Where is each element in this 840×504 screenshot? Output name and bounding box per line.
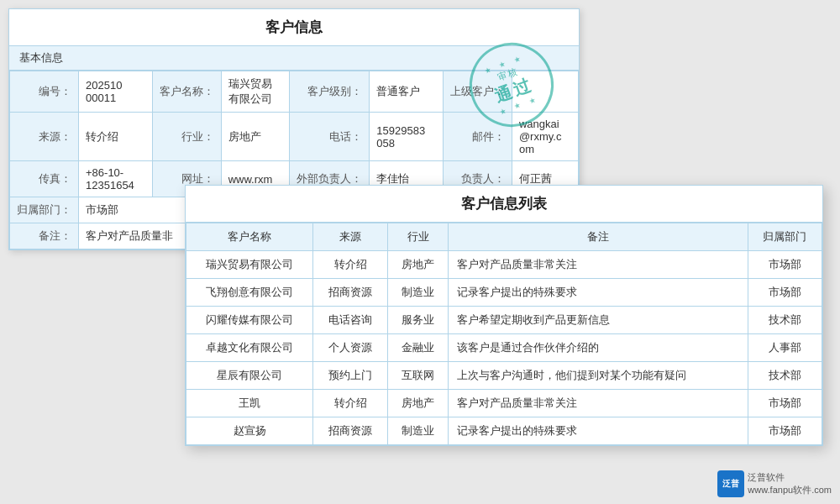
source-cell: 个人资源	[313, 334, 387, 362]
industry-cell: 房地产	[387, 390, 449, 417]
source-cell: 招商资源	[313, 417, 387, 445]
note-cell: 客户希望定期收到产品更新信息	[449, 307, 748, 334]
source-cell: 招商资源	[313, 279, 387, 307]
customer-name-cell[interactable]: 王凯	[186, 390, 313, 417]
note-cell: 记录客户提出的特殊要求	[449, 417, 748, 445]
industry-cell: 服务业	[387, 307, 449, 334]
table-row: 卓越文化有限公司个人资源金融业该客户是通过合作伙伴介绍的人事部	[186, 334, 822, 362]
source-cell: 电话咨询	[313, 307, 387, 334]
table-row: 赵宣扬招商资源制造业记录客户提出的特殊要求市场部	[186, 417, 822, 445]
industry-cell: 制造业	[387, 279, 449, 307]
source-cell: 预约上门	[313, 362, 387, 390]
customer-name-cell[interactable]: 瑞兴贸易有限公司	[186, 251, 313, 279]
source-label: 来源：	[10, 113, 79, 161]
back-card-title: 客户信息	[9, 9, 579, 46]
dept-cell[interactable]: 人事部	[748, 334, 822, 362]
industry-value: 房地产	[221, 113, 290, 161]
industry-cell: 房地产	[387, 251, 449, 279]
industry-cell: 金融业	[387, 334, 449, 362]
industry-cell: 互联网	[387, 362, 449, 390]
approval-stamp: ★ ★ ★ 审核 通过 ★ ★ ★	[470, 43, 554, 127]
watermark-logo: 泛普	[717, 470, 744, 497]
dept-cell[interactable]: 市场部	[748, 390, 822, 417]
table-row: 瑞兴贸易有限公司转介绍房地产客户对产品质量非常关注市场部	[186, 251, 822, 279]
phone-label: 电话：	[290, 113, 370, 161]
customer-list-card: 客户信息列表 客户名称 来源 行业 备注 归属部门 瑞兴贸易有限公司转介绍房地产…	[185, 185, 823, 446]
col-header-industry: 行业	[387, 223, 449, 251]
industry-cell: 制造业	[387, 417, 449, 445]
note-cell: 记录客户提出的特殊要求	[449, 279, 748, 307]
note-label: 备注：	[10, 223, 79, 249]
table-row: 王凯转介绍房地产客户对产品质量非常关注市场部	[186, 390, 822, 417]
col-header-note: 备注	[449, 223, 748, 251]
table-row: 飞翔创意有限公司招商资源制造业记录客户提出的特殊要求市场部	[186, 279, 822, 307]
customer-name-cell[interactable]: 星辰有限公司	[186, 362, 313, 390]
name-label: 客户名称：	[152, 71, 221, 113]
table-header-row: 客户名称 来源 行业 备注 归属部门	[186, 223, 822, 251]
note-cell: 该客户是通过合作伙伴介绍的	[449, 334, 748, 362]
watermark: 泛普 泛普软件 www.fanpu软件.com	[717, 470, 832, 497]
code-value: 20251000011	[79, 71, 153, 113]
level-value: 普通客户	[370, 71, 444, 113]
watermark-line2: www.fanpu软件.com	[748, 484, 832, 496]
note-cell: 客户对产品质量非常关注	[449, 251, 748, 279]
industry-label: 行业：	[152, 113, 221, 161]
dept-cell[interactable]: 市场部	[748, 279, 822, 307]
customer-list-table: 客户名称 来源 行业 备注 归属部门 瑞兴贸易有限公司转介绍房地产客户对产品质量…	[186, 223, 822, 445]
table-row: 星辰有限公司预约上门互联网上次与客户沟通时，他们提到对某个功能有疑问技术部	[186, 362, 822, 390]
col-header-name: 客户名称	[186, 223, 313, 251]
source-cell: 转介绍	[313, 251, 387, 279]
name-value: 瑞兴贸易有限公司	[221, 71, 290, 113]
dept-label: 归属部门：	[10, 197, 79, 223]
watermark-logo-text: 泛普	[722, 478, 739, 490]
customer-name-cell[interactable]: 飞翔创意有限公司	[186, 279, 313, 307]
dept-cell[interactable]: 技术部	[748, 307, 822, 334]
source-cell: 转介绍	[313, 390, 387, 417]
col-header-dept: 归属部门	[748, 223, 822, 251]
customer-name-cell[interactable]: 赵宣扬	[186, 417, 313, 445]
note-cell: 上次与客户沟通时，他们提到对某个功能有疑问	[449, 362, 748, 390]
watermark-text: 泛普软件 www.fanpu软件.com	[748, 471, 832, 497]
note-cell: 客户对产品质量非常关注	[449, 390, 748, 417]
fax-label: 传真：	[10, 161, 79, 197]
code-label: 编号：	[10, 71, 79, 113]
level-label: 客户级别：	[290, 71, 370, 113]
col-header-source: 来源	[313, 223, 387, 251]
table-row: 闪耀传媒有限公司电话咨询服务业客户希望定期收到产品更新信息技术部	[186, 307, 822, 334]
dept-cell[interactable]: 市场部	[748, 417, 822, 445]
dept-cell[interactable]: 技术部	[748, 362, 822, 390]
watermark-line1: 泛普软件	[748, 471, 832, 484]
customer-name-cell[interactable]: 卓越文化有限公司	[186, 334, 313, 362]
dept-cell[interactable]: 市场部	[748, 251, 822, 279]
phone-value: 15929583058	[370, 113, 444, 161]
fax-value: +86-10-12351654	[79, 161, 153, 197]
front-card-title: 客户信息列表	[186, 186, 822, 223]
source-value: 转介绍	[79, 113, 153, 161]
customer-name-cell[interactable]: 闪耀传媒有限公司	[186, 307, 313, 334]
